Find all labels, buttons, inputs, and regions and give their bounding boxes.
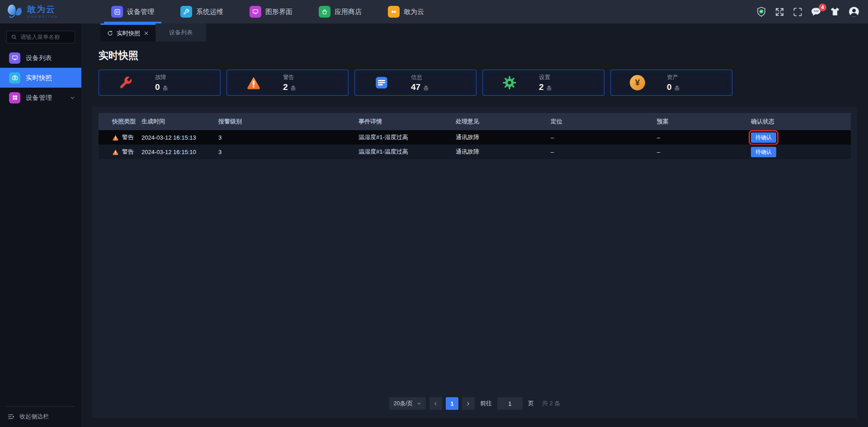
sidebar-divider	[6, 406, 75, 407]
table-row[interactable]: 警告 2024-03-12 16:15:10 3 温湿度#1-温度过高 通讯故障…	[99, 145, 851, 159]
handling-opinion: 通讯故障	[456, 133, 551, 141]
top-navigation: 设备管理 系统运维 图形界面 应用商店	[104, 0, 443, 23]
tab-device-list[interactable]: 设备列表	[156, 23, 206, 42]
nav-item-system-ops[interactable]: 系统运维	[173, 0, 231, 23]
refresh-icon[interactable]	[107, 30, 113, 36]
brand-subtitle: GANWEIYUN	[27, 15, 58, 19]
column-header: 确认状态	[743, 117, 851, 126]
store-bag-icon	[319, 6, 330, 18]
messages-icon[interactable]: 4	[811, 6, 822, 18]
device-grid-icon	[111, 6, 123, 18]
handling-opinion: 通讯故障	[456, 148, 551, 156]
column-header: 事件详情	[359, 117, 456, 126]
butterfly-logo-icon	[5, 2, 24, 21]
confirm-status-button[interactable]: 待确认	[751, 132, 776, 143]
chevron-down-icon	[417, 401, 421, 406]
apps-grid-icon	[9, 92, 20, 103]
app-window: 敢为云 GANWEIYUN 设备管理 系统运维 图形界面	[0, 0, 868, 427]
location-value: –	[551, 134, 657, 141]
snapshot-type: 警告	[122, 133, 134, 141]
generated-time: 2024-03-12 16:15:10	[142, 149, 218, 155]
collapse-sidebar-button[interactable]: 收起侧边栏	[6, 413, 75, 421]
collapse-sidebar-icon	[7, 413, 15, 421]
content-area: 实时快照 故障 0条	[81, 42, 868, 427]
goto-label: 前往	[480, 399, 492, 408]
prev-page-button[interactable]	[429, 397, 442, 410]
camera-icon	[9, 72, 20, 84]
alarm-level: 3	[218, 134, 359, 141]
event-detail: 温湿度#1-湿度过高	[359, 133, 456, 141]
sidebar: 设备列表 实时快照 设备管理	[0, 23, 81, 427]
screen-nav-icon	[250, 6, 261, 18]
snapshot-type: 警告	[122, 148, 134, 156]
table-row[interactable]: 警告 2024-03-12 16:15:13 3 温湿度#1-湿度过高 通讯故障…	[99, 130, 851, 145]
tab-realtime-snapshot[interactable]: 实时快照	[100, 23, 156, 42]
menu-search-box[interactable]	[6, 31, 75, 43]
info-icon	[373, 74, 390, 91]
stat-card-settings[interactable]: 设置 2条	[482, 70, 604, 96]
collapse-sidebar-label: 收起侧边栏	[19, 413, 49, 421]
warning-icon	[245, 74, 262, 91]
brand-mini-icon	[388, 6, 400, 18]
column-header: 快照类型	[99, 117, 142, 126]
sidebar-item-device-list[interactable]: 设备列表	[0, 48, 81, 68]
stat-card-info[interactable]: 信息 47条	[354, 70, 476, 96]
main-area: 实时快照 设备列表 实时快照 故障	[81, 23, 868, 427]
next-page-button[interactable]	[462, 397, 475, 410]
chevron-down-icon	[70, 95, 75, 100]
warning-icon	[112, 134, 119, 141]
page-number-1[interactable]: 1	[446, 397, 458, 410]
sidebar-item-device-management[interactable]: 设备管理	[0, 88, 81, 108]
stat-card-assets[interactable]: ¥ 资产 0条	[610, 70, 732, 96]
page-title: 实时快照	[99, 49, 857, 62]
top-bar: 敢为云 GANWEIYUN 设备管理 系统运维 图形界面	[0, 0, 868, 23]
stat-cards: 故障 0条 警告 2条	[99, 70, 857, 96]
screenshot-frame-icon[interactable]	[793, 7, 803, 17]
nav-item-device-management[interactable]: 设备管理	[104, 0, 161, 23]
shield-check-icon[interactable]	[756, 6, 767, 17]
confirm-status-button[interactable]: 待确认	[751, 147, 776, 157]
generated-time: 2024-03-12 16:15:13	[142, 134, 218, 141]
notification-badge: 4	[819, 4, 826, 11]
column-header: 处理意见	[456, 117, 551, 126]
wrench-icon	[117, 74, 134, 91]
nav-item-app-store[interactable]: 应用商店	[311, 0, 369, 23]
total-count-label: 共 2 条	[542, 399, 560, 408]
brand-title: 敢为云	[27, 5, 58, 14]
table-header-row: 快照类型 生成时间 报警级别 事件详情 处理意见 定位 预案 确认状态	[99, 113, 851, 130]
gear-icon	[501, 74, 518, 91]
column-header: 定位	[551, 117, 657, 126]
search-input[interactable]	[20, 34, 70, 40]
warning-icon	[112, 149, 119, 155]
page-size-select[interactable]: 20条/页	[389, 397, 426, 410]
nav-item-graphic-ui[interactable]: 图形界面	[242, 0, 300, 23]
monitor-icon	[9, 52, 20, 64]
pagination: 20条/页 1 前往 页 共 2 条	[99, 393, 851, 413]
sidebar-item-realtime-snapshot[interactable]: 实时快照	[0, 68, 81, 88]
brand-logo: 敢为云 GANWEIYUN	[0, 0, 81, 23]
column-header: 预案	[657, 117, 743, 126]
nav-item-ganweiyun[interactable]: 敢为云	[381, 0, 431, 23]
topbar-actions: 4	[756, 0, 868, 23]
plan-value: –	[657, 134, 743, 141]
close-icon[interactable]	[144, 31, 149, 36]
search-icon	[11, 34, 17, 40]
alarm-level: 3	[218, 149, 359, 155]
location-value: –	[551, 149, 657, 155]
plan-value: –	[657, 149, 743, 155]
snapshot-table-panel: 快照类型 生成时间 报警级别 事件详情 处理意见 定位 预案 确认状态 警告	[92, 107, 857, 418]
column-header: 报警级别	[218, 117, 359, 126]
fullscreen-expand-icon[interactable]	[774, 7, 785, 17]
page-label: 页	[528, 399, 534, 408]
stat-card-warning[interactable]: 警告 2条	[226, 70, 349, 96]
theme-tshirt-icon[interactable]	[830, 6, 840, 17]
stat-card-fault[interactable]: 故障 0条	[99, 70, 221, 96]
column-header: 生成时间	[142, 117, 218, 126]
tab-bar: 实时快照 设备列表	[81, 23, 868, 42]
goto-page-input[interactable]	[497, 397, 523, 410]
yen-icon: ¥	[629, 74, 646, 91]
sidebar-menu: 设备列表 实时快照 设备管理	[0, 48, 81, 108]
wrench-nav-icon	[180, 6, 192, 18]
user-avatar[interactable]	[848, 6, 860, 18]
event-detail: 温湿度#1-温度过高	[359, 148, 456, 156]
